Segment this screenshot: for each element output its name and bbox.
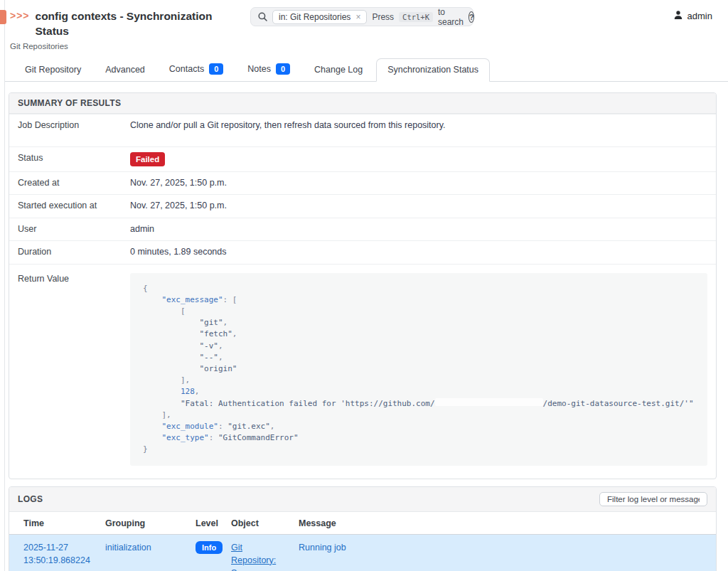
code-token: ], [143,375,190,385]
code-line: "Fatal: Authentication failed for 'https… [143,398,695,410]
code-line: } [143,444,695,455]
code-token [143,341,199,351]
code-token [143,387,181,396]
log-time: 2025-11-2713:50:19.868224 [9,534,98,571]
code-line: "-v", [143,341,695,352]
summary-row-status: Status Failed [9,146,716,171]
code-line: "origin" [143,363,695,375]
code-token [143,433,162,442]
logs-column-header-time: Time [9,512,98,535]
row-label: Duration [18,246,130,257]
code-token: , [218,341,223,351]
logs-table: TimeGroupingLevelObjectMessage 2025-11-2… [9,512,716,571]
code-token: , [218,353,223,362]
code-token: 128 [181,387,195,396]
search-scope-label: in: Git Repositories [279,12,350,22]
code-line: ], [143,410,695,421]
tab-advanced[interactable]: Advanced [95,59,156,81]
tab-label: Synchronization Status [387,65,478,75]
page-title: config contexts - Synchronization Status [36,9,213,38]
log-filter-input[interactable] [599,492,707,506]
row-value: 0 minutes, 1.89 seconds [130,246,707,259]
code-token [143,329,199,338]
summary-row-created: Created at Nov. 27, 2025, 1:50 p.m. [9,171,716,195]
row-label: User [18,223,130,234]
ctrl-k-kbd: Ctrl+K [399,12,433,22]
row-label: Return Value [18,273,130,284]
code-token [143,295,162,304]
code-token: : [ [223,295,237,304]
code-line: "git", [143,317,695,329]
tab-label: Contacts [169,64,204,74]
tab-notes[interactable]: Notes0 [237,58,301,81]
log-object-link[interactable]: Git Repository: Sync [231,543,276,571]
logs-panel: LOGS TimeGroupingLevelObjectMessage 2025… [9,486,717,571]
code-token: "exc_module" [162,422,218,431]
code-line: { [143,283,695,294]
search-scope-chip[interactable]: in: Git Repositories × [272,10,367,24]
code-token [143,422,162,431]
code-token: : [218,422,228,431]
code-token: "GitCommandError" [218,433,299,442]
code-token: "git.exc" [228,422,270,431]
tab-synchronization-status[interactable]: Synchronization Status [376,58,490,82]
code-token: : [209,433,218,442]
search-hint-suffix: to search [438,7,464,27]
log-message-text: Running job [299,543,346,553]
code-token [143,353,199,362]
logs-column-header-level: Level [188,512,224,535]
summary-panel-header: SUMMARY OF RESULTS [9,93,716,114]
row-label: Started execution at [18,200,130,210]
row-label: Job Description [18,119,130,130]
summary-panel: SUMMARY OF RESULTS Job Description Clone… [9,92,717,479]
return-value-code: { "exc_message": [ [ "git", "fetch", "-v… [130,273,707,466]
log-level: Info [188,534,224,571]
collapsed-sidebar-rail [0,0,5,571]
summary-panel-title: SUMMARY OF RESULTS [18,98,121,108]
logs-panel-header: LOGS [9,487,716,512]
status-badge: Failed [130,152,165,166]
logs-column-header-message: Message [291,512,716,535]
row-value: Nov. 27, 2025, 1:50 p.m. [130,177,707,190]
global-search-bar[interactable]: in: Git Repositories × Press Ctrl+K to s… [250,7,473,26]
logs-table-body: 2025-11-2713:50:19.868224initializationI… [9,534,716,571]
code-line: "exc_module": "git.exc", [143,421,695,432]
row-label: Created at [18,177,130,188]
tab-label: Notes [247,64,271,74]
tab-count-badge: 0 [209,63,223,75]
code-line: [ [143,306,695,317]
tab-contacts[interactable]: Contacts0 [159,58,234,81]
code-token: , [223,318,228,327]
user-name: admin [687,11,712,21]
tab-change-log[interactable]: Change Log [304,59,373,81]
tab-label: Git Repository [25,65,81,75]
code-token: [ [143,306,186,316]
code-token [143,364,199,373]
code-line: "exc_type": "GitCommandError" [143,432,695,444]
search-help-icon[interactable]: ? [469,11,474,23]
code-token: } [143,444,148,454]
code-token [143,399,181,408]
logs-column-header-object: Object [224,512,291,535]
row-value: Nov. 27, 2025, 1:50 p.m. [130,200,707,213]
code-token: "exc_message" [162,295,223,304]
page-header: >>> config contexts - Synchronization St… [0,0,728,50]
tab-label: Advanced [105,65,145,75]
tab-label: Change Log [314,65,363,75]
user-menu[interactable]: admin [673,10,712,22]
log-object: Git Repository: Sync [224,534,291,571]
tab-git-repository[interactable]: Git Repository [14,59,92,81]
log-level-badge: Info [196,541,223,554]
code-token: "origin" [199,364,237,373]
tab-bar: Git RepositoryAdvancedContacts0Notes0Cha… [0,58,728,82]
summary-row-duration: Duration 0 minutes, 1.89 seconds [9,240,716,264]
row-value: Failed [130,152,707,166]
code-token: , [232,329,237,338]
code-token: , [195,387,200,396]
chip-close-icon[interactable]: × [355,13,360,21]
sidebar-toggle[interactable] [0,10,6,24]
redacted-text [435,398,543,406]
log-time-date: 2025-11-27 [23,541,91,554]
summary-row-user: User admin [9,218,716,241]
breadcrumb[interactable]: Git Repositories [10,42,714,50]
